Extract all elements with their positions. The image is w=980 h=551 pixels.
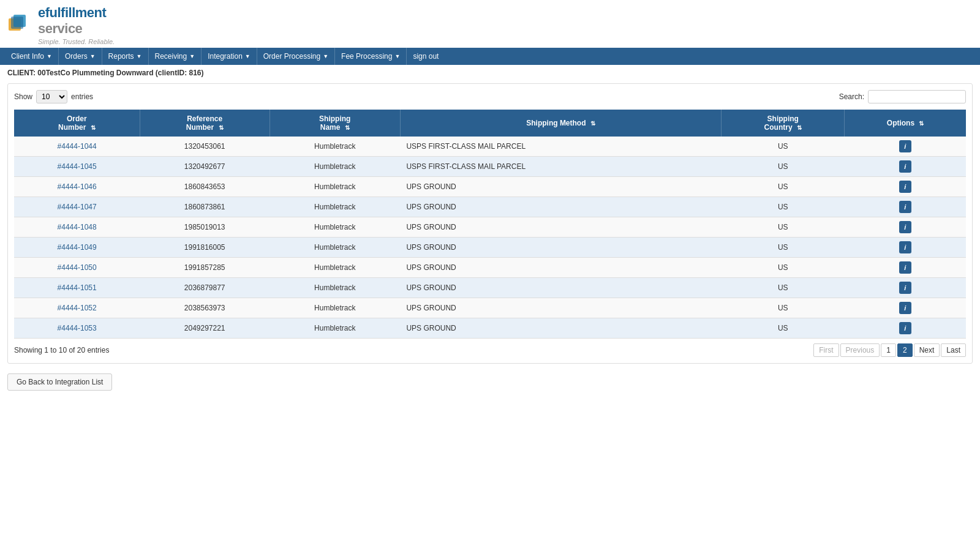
cell-shipping-name: Humbletrack [270,217,400,238]
col-order-number[interactable]: OrderNumber ⇅ [14,110,140,137]
cell-shipping-name: Humbletrack [270,298,400,318]
pagination-page-1[interactable]: 1 [881,343,896,357]
logo-service: service [38,21,115,37]
cell-order-number: #4444-1053 [14,318,140,339]
cell-shipping-method: UPS GROUND [400,197,721,217]
table-footer: Showing 1 to 10 of 20 entries First Prev… [14,343,966,357]
table-row: #4444-10441320453061HumbletrackUSPS FIRS… [14,137,966,157]
cell-shipping-method: UPS GROUND [400,298,721,318]
cell-shipping-method: UPS GROUND [400,258,721,278]
cell-shipping-method: UPS GROUND [400,318,721,339]
chevron-down-icon: ▼ [189,53,195,59]
pagination-next[interactable]: Next [914,343,940,357]
orders-table: OrderNumber ⇅ ReferenceNumber ⇅ Shipping… [14,110,966,339]
table-row: #4444-10501991857285HumbletrackUPS GROUN… [14,258,966,278]
info-button[interactable]: i [899,160,911,173]
cell-reference-number: 1860843653 [140,177,270,197]
search-input[interactable] [868,90,966,103]
show-label: Show [14,92,32,101]
cell-options: i [845,258,966,278]
chevron-down-icon: ▼ [245,53,251,59]
cell-options: i [845,137,966,157]
cell-order-number: #4444-1044 [14,137,140,157]
table-row: #4444-10491991816005HumbletrackUPS GROUN… [14,238,966,258]
showing-text: Showing 1 to 10 of 20 entries [14,346,109,354]
pagination-last[interactable]: Last [941,343,966,357]
nav-orders[interactable]: Orders ▼ [59,48,102,65]
cell-shipping-method: UPS GROUND [400,177,721,197]
cell-shipping-name: Humbletrack [270,177,400,197]
chevron-down-icon: ▼ [47,53,52,59]
cell-shipping-method: UPS GROUND [400,217,721,238]
table-row: #4444-10461860843653HumbletrackUPS GROUN… [14,177,966,197]
info-button[interactable]: i [899,261,911,274]
info-button[interactable]: i [899,241,911,253]
cell-order-number: #4444-1049 [14,238,140,258]
pagination-previous[interactable]: Previous [840,343,880,357]
nav-signout[interactable]: sign out [407,52,445,61]
chevron-down-icon: ▼ [90,53,96,59]
table-row: #4444-10451320492677HumbletrackUSPS FIRS… [14,157,966,177]
back-button-wrap: Go Back to Integration List [7,373,973,391]
svg-rect-2 [11,17,23,29]
table-row: #4444-10481985019013HumbletrackUPS GROUN… [14,217,966,238]
table-row: #4444-10522038563973HumbletrackUPS GROUN… [14,298,966,318]
cell-reference-number: 1985019013 [140,217,270,238]
cell-order-number: #4444-1045 [14,157,140,177]
main-content: Show 10 25 50 100 entries Search: OrderN… [0,81,980,398]
cell-shipping-country: US [722,238,845,258]
chevron-down-icon: ▼ [137,53,142,59]
navbar: Client Info ▼ Orders ▼ Reports ▼ Receivi… [0,48,980,65]
info-button[interactable]: i [899,181,911,193]
cell-order-number: #4444-1048 [14,217,140,238]
nav-client-info[interactable]: Client Info ▼ [5,48,59,65]
cell-shipping-country: US [722,137,845,157]
chevron-down-icon: ▼ [394,53,400,59]
logo-icon [7,12,33,38]
cell-shipping-country: US [722,177,845,197]
nav-order-processing[interactable]: Order Processing ▼ [257,48,335,65]
cell-options: i [845,177,966,197]
entries-label: entries [71,92,93,101]
cell-order-number: #4444-1050 [14,258,140,278]
col-options[interactable]: Options ⇅ [845,110,966,137]
info-button[interactable]: i [899,140,911,152]
pagination-first[interactable]: First [813,343,839,357]
pagination: First Previous 1 2 Next Last [813,343,966,357]
cell-options: i [845,238,966,258]
col-shipping-method[interactable]: Shipping Method ⇅ [400,110,721,137]
cell-reference-number: 1991857285 [140,258,270,278]
back-to-integration-button[interactable]: Go Back to Integration List [7,373,112,391]
cell-shipping-country: US [722,318,845,339]
col-shipping-name[interactable]: ShippingName ⇅ [270,110,400,137]
entries-select[interactable]: 10 25 50 100 [36,90,67,103]
info-button[interactable]: i [899,282,911,294]
table-wrapper: Show 10 25 50 100 entries Search: OrderN… [7,83,973,364]
cell-reference-number: 2036879877 [140,278,270,298]
col-reference-number[interactable]: ReferenceNumber ⇅ [140,110,270,137]
cell-reference-number: 2049297221 [140,318,270,339]
nav-receiving[interactable]: Receiving ▼ [149,48,202,65]
info-button[interactable]: i [899,302,911,314]
cell-order-number: #4444-1046 [14,177,140,197]
search-label: Search: [839,92,864,101]
cell-order-number: #4444-1047 [14,197,140,217]
header: efulfillment service Simple. Trusted. Re… [0,0,980,48]
cell-options: i [845,217,966,238]
table-header-row: OrderNumber ⇅ ReferenceNumber ⇅ Shipping… [14,110,966,137]
cell-shipping-name: Humbletrack [270,278,400,298]
cell-order-number: #4444-1051 [14,278,140,298]
cell-shipping-method: USPS FIRST-CLASS MAIL PARCEL [400,157,721,177]
cell-shipping-name: Humbletrack [270,318,400,339]
cell-shipping-country: US [722,197,845,217]
nav-integration[interactable]: Integration ▼ [202,48,257,65]
pagination-page-2[interactable]: 2 [897,343,913,357]
col-shipping-country[interactable]: ShippingCountry ⇅ [722,110,845,137]
cell-reference-number: 1991816005 [140,238,270,258]
nav-fee-processing[interactable]: Fee Processing ▼ [335,48,407,65]
info-button[interactable]: i [899,201,911,213]
nav-reports[interactable]: Reports ▼ [102,48,149,65]
cell-reference-number: 1320453061 [140,137,270,157]
info-button[interactable]: i [899,221,911,233]
info-button[interactable]: i [899,322,911,334]
